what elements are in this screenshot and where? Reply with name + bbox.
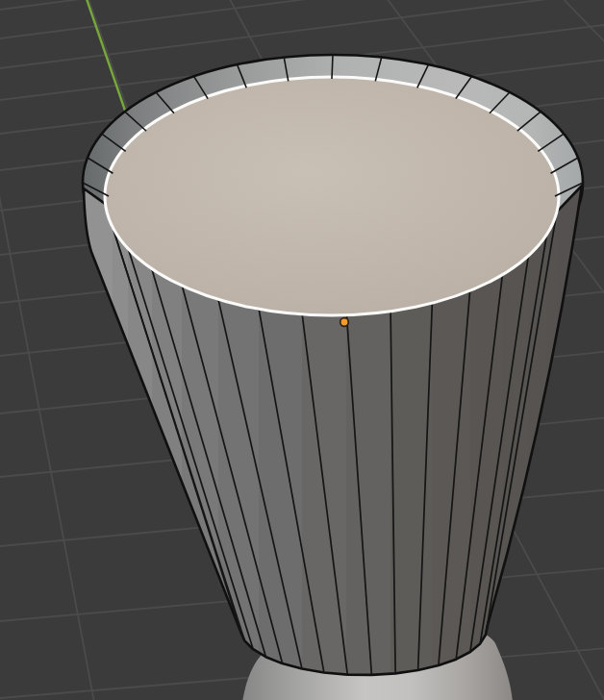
viewport-canvas[interactable] bbox=[0, 0, 604, 700]
selected-vertex[interactable] bbox=[340, 318, 349, 327]
blender-3d-viewport[interactable] bbox=[0, 0, 604, 700]
mesh-edge[interactable] bbox=[332, 55, 333, 79]
